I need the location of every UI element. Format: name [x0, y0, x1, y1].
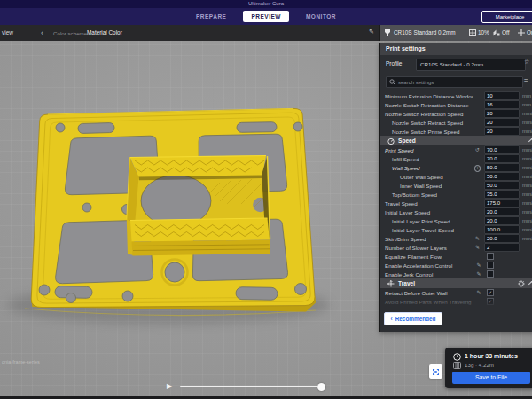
- watermark: onja-frame-series: [2, 359, 40, 364]
- material-usage: 13g · 4.22m: [465, 362, 494, 368]
- model-shadow: [7, 286, 330, 325]
- setting-row[interactable]: Travel Speed 175.0 mm/s: [380, 199, 532, 207]
- setting-value[interactable]: 2: [484, 243, 520, 252]
- setting-row[interactable]: Wall Speed i 50.0 mm/s: [380, 163, 532, 172]
- expand-panel-button[interactable]: [429, 364, 442, 379]
- setting-value[interactable]: 70.0: [484, 154, 520, 163]
- setting-value[interactable]: 70.0: [484, 145, 520, 154]
- setting-row[interactable]: Initial Layer Print Speed 20.0 mm/s: [380, 216, 532, 225]
- filter-menu-icon[interactable]: ≡: [524, 76, 528, 86]
- setting-value[interactable]: 20: [484, 109, 520, 118]
- setting-value[interactable]: 35.0: [484, 190, 520, 199]
- setting-value[interactable]: 100.0: [484, 225, 520, 234]
- printer-profile-label: CR10S Standard 0.2mm: [394, 29, 456, 35]
- edit-pencil-icon[interactable]: ✎: [369, 28, 374, 35]
- window-titlebar: Ultimaker Cura: [0, 0, 532, 8]
- main-header: PREPARE PREVIEW MONITOR Marketplace: [0, 8, 532, 25]
- setting-row[interactable]: Nozzle Switch Retraction Distance 16 mm: [380, 100, 532, 109]
- plate-side: [31, 297, 316, 312]
- setting-value[interactable]: 16: [484, 100, 520, 109]
- pencil-icon[interactable]: ✎: [473, 234, 482, 243]
- support-icon: [493, 29, 500, 36]
- setting-row[interactable]: Nozzle Switch Retract Speed 20 mm/s: [380, 118, 532, 127]
- setting-row[interactable]: Outer Wall Speed 50.0 mm/s: [380, 172, 532, 181]
- profile-label: Profile: [386, 60, 402, 66]
- travel-icon: [387, 280, 395, 287]
- setting-checkbox[interactable]: [487, 270, 495, 278]
- setting-row[interactable]: Equalize Filament Flow: [380, 252, 532, 261]
- support-value: Off: [502, 29, 509, 35]
- save-to-file-button[interactable]: Save to File: [452, 372, 530, 384]
- settings-search-input[interactable]: search settings: [386, 76, 523, 88]
- setting-checkbox[interactable]: [487, 262, 495, 270]
- setting-value[interactable]: 20: [484, 127, 520, 136]
- slider-handle[interactable]: [317, 383, 325, 391]
- setting-value[interactable]: 50.0: [484, 181, 520, 190]
- chevron-up-icon[interactable]: [528, 281, 532, 287]
- infill-icon: [469, 29, 476, 36]
- setting-row[interactable]: Infill Speed 70.0 mm/s: [380, 154, 532, 163]
- marketplace-button[interactable]: Marketplace: [481, 11, 532, 23]
- setting-value[interactable]: 175.0: [484, 199, 520, 207]
- star-icon[interactable]: ☆: [524, 59, 529, 66]
- plate-holes: [39, 122, 307, 303]
- setting-row[interactable]: Initial Layer Speed 20.0 mm/s: [380, 207, 532, 216]
- chevron-left-icon[interactable]: ‹: [41, 27, 43, 38]
- section-speed[interactable]: Speed: [380, 136, 532, 145]
- clock-icon: [453, 353, 461, 361]
- setting-row[interactable]: Inner Wall Speed 50.0 mm/s: [380, 181, 532, 190]
- color-scheme-dropdown[interactable]: Material Color: [87, 29, 122, 35]
- setting-row[interactable]: Initial Layer Travel Speed 100.0 mm/s: [380, 225, 532, 234]
- print-time: 1 hour 33 minutes: [465, 353, 518, 359]
- setting-row[interactable]: Minimum Extrusion Distance Window 10 mm: [380, 91, 532, 100]
- search-row: search settings ≡: [380, 74, 532, 90]
- pencil-icon[interactable]: ✎: [474, 270, 484, 278]
- stage-tabs: PREPARE PREVIEW MONITOR: [191, 8, 341, 25]
- skirt-line: [25, 309, 316, 316]
- profile-dropdown[interactable]: CR10S Standard - 0.2mm: [416, 59, 526, 71]
- panel-resize-handle[interactable]: ···: [455, 321, 465, 329]
- tab-prepare[interactable]: PREPARE: [191, 11, 231, 22]
- setting-checkbox[interactable]: [487, 253, 495, 261]
- section-travel[interactable]: Travel: [380, 278, 532, 288]
- arrows-icon: [432, 368, 440, 376]
- setting-value[interactable]: 10: [484, 91, 520, 100]
- chevron-up-icon[interactable]: [528, 138, 532, 145]
- search-placeholder: search settings: [398, 80, 434, 85]
- adhesion-value: On: [527, 29, 532, 35]
- reset-icon[interactable]: ↺: [473, 145, 482, 154]
- chevron-left-icon: ‹: [391, 316, 393, 322]
- gear-icon[interactable]: [518, 280, 525, 287]
- setting-row[interactable]: Skirt/Brim Speed ✎ 20.0 mm/s: [380, 234, 532, 243]
- cura-window: Ultimaker Cura PREPARE PREVIEW MONITOR M…: [0, 0, 532, 399]
- setting-row[interactable]: Print Speed ↺ 70.0 mm/s: [380, 145, 532, 154]
- setting-row[interactable]: Enable Acceleration Control ✎: [380, 261, 532, 270]
- panel-title: Print settings: [380, 43, 532, 55]
- setting-row[interactable]: Number of Slower Layers ✎ 2: [380, 243, 532, 252]
- setting-value[interactable]: 50.0: [484, 172, 520, 181]
- tab-monitor[interactable]: MONITOR: [301, 11, 341, 22]
- setting-value[interactable]: 50.0: [484, 163, 520, 172]
- view-mode-label[interactable]: view: [2, 29, 13, 35]
- layer-playback: ▶: [167, 383, 324, 390]
- setting-value[interactable]: 20.0: [484, 207, 520, 216]
- search-icon: [389, 79, 395, 85]
- color-scheme-label: Color scheme: [53, 30, 87, 36]
- setting-row[interactable]: Top/Bottom Speed 35.0 mm/s: [380, 190, 532, 199]
- speed-icon: [387, 137, 395, 145]
- play-icon[interactable]: ▶: [167, 383, 172, 390]
- tab-preview[interactable]: PREVIEW: [243, 11, 288, 22]
- playback-slider[interactable]: [180, 386, 324, 387]
- pencil-icon[interactable]: ✎: [473, 243, 482, 252]
- plate-top: [31, 108, 315, 307]
- setting-row[interactable]: Enable Jerk Control ✎: [380, 270, 532, 278]
- recommended-button[interactable]: ‹ Recommended: [384, 312, 442, 325]
- setting-row[interactable]: Nozzle Switch Retraction Speed 20 mm/s: [380, 109, 532, 118]
- setting-value[interactable]: 20.0: [484, 216, 520, 225]
- info-icon: i: [474, 165, 481, 172]
- setting-value[interactable]: 20: [484, 118, 520, 127]
- printer-config-bar[interactable]: CR10S Standard 0.2mm 10% Off On: [379, 25, 532, 41]
- setting-value[interactable]: 20.0: [484, 234, 520, 243]
- setting-row[interactable]: Nozzle Switch Prime Speed 20 mm/s: [380, 127, 532, 136]
- pencil-icon[interactable]: ✎: [474, 261, 484, 270]
